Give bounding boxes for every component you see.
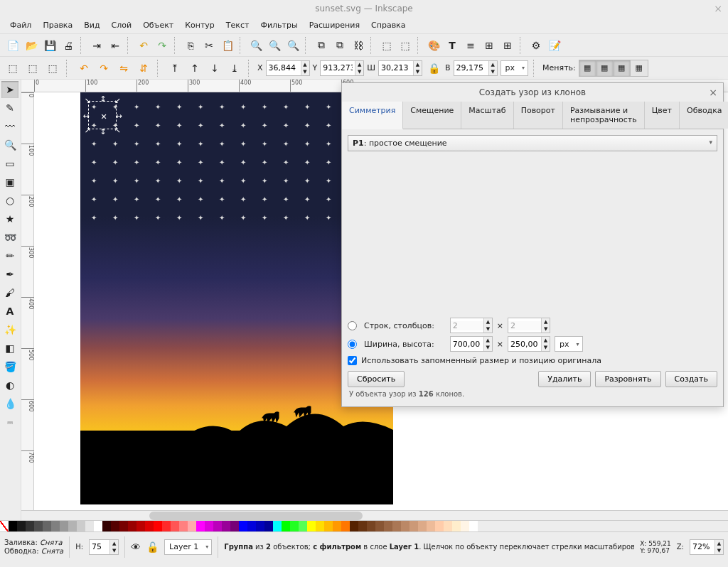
node-tool-icon[interactable]: ✎ (1, 99, 18, 117)
menu-edit[interactable]: Правка (37, 18, 78, 33)
lock-layer-icon[interactable]: 🔓 (146, 541, 159, 553)
tab-blur-opacity[interactable]: Размывание и непрозрачность (563, 102, 645, 129)
flip-v-icon[interactable]: ⇵ (135, 60, 152, 77)
menu-help[interactable]: Справка (365, 18, 411, 33)
color-swatch[interactable] (34, 521, 43, 531)
color-swatch[interactable] (452, 521, 461, 531)
select-all-icon[interactable]: ⬚ (4, 60, 21, 77)
affect-pattern-icon[interactable]: ▦ (631, 60, 648, 76)
color-swatch[interactable] (392, 521, 401, 531)
affect-corners-icon[interactable]: ▦ (596, 60, 614, 76)
color-swatch[interactable] (188, 521, 196, 531)
height-input[interactable]: ▲▼ (508, 336, 550, 352)
menu-extensions[interactable]: Расширения (304, 18, 365, 33)
new-icon[interactable]: 📄 (4, 37, 21, 54)
selection-box[interactable]: ↘ ↕ ↙ ↔ ↔ ↗ ↕ ↖ ✕ (88, 101, 117, 129)
menu-filters[interactable]: Фильтры (255, 18, 303, 33)
export-icon[interactable]: ⇤ (107, 37, 124, 54)
menu-layer[interactable]: Слой (106, 18, 138, 33)
duplicate-icon[interactable]: ⧉ (313, 37, 330, 54)
tab-trace[interactable]: Обводка (680, 102, 728, 129)
tweak-tool-icon[interactable]: 〰 (1, 118, 18, 135)
color-swatch[interactable] (324, 521, 333, 531)
prefs-icon[interactable]: ⚙ (528, 37, 545, 54)
raise-top-icon[interactable]: ⤒ (166, 60, 183, 77)
use-saved-checkbox[interactable] (348, 356, 357, 365)
unclump-button[interactable]: Разровнять (595, 371, 660, 387)
color-palette[interactable] (0, 520, 728, 531)
spray-tool-icon[interactable]: ✨ (1, 321, 18, 338)
fill-dialog-icon[interactable]: 🎨 (425, 37, 442, 54)
color-swatch[interactable] (68, 521, 77, 531)
copy-icon[interactable]: ⎘ (182, 37, 199, 54)
redo-icon[interactable]: ↷ (154, 37, 171, 54)
unit-select[interactable]: px (500, 60, 529, 76)
cols-input[interactable]: ▲▼ (508, 318, 550, 333)
affect-gradient-icon[interactable]: ▦ (614, 60, 631, 76)
stroke-value[interactable]: Снята (41, 547, 64, 555)
open-icon[interactable]: 📂 (23, 37, 40, 54)
color-swatch[interactable] (222, 521, 230, 531)
color-swatch[interactable] (77, 521, 85, 531)
color-swatch[interactable] (128, 521, 136, 531)
color-swatch[interactable] (43, 521, 51, 531)
color-swatch[interactable] (94, 521, 102, 531)
color-swatch[interactable] (341, 521, 350, 531)
fill-value[interactable]: Снята (40, 539, 63, 546)
delete-button[interactable]: Удалить (538, 371, 591, 387)
ellipse-tool-icon[interactable]: ○ (1, 192, 18, 209)
width-height-radio[interactable] (348, 340, 357, 349)
tab-scale[interactable]: Масштаб (461, 102, 513, 129)
zoom-drawing-icon[interactable]: 🔍 (284, 37, 301, 54)
color-swatch[interactable] (384, 521, 392, 531)
pencil-tool-icon[interactable]: ✏ (1, 247, 18, 264)
color-swatch[interactable] (119, 521, 128, 531)
raise-icon[interactable]: ↑ (186, 60, 203, 77)
color-swatch[interactable] (307, 521, 316, 531)
wh-unit-select[interactable]: px (555, 336, 583, 352)
color-swatch[interactable] (375, 521, 384, 531)
color-swatch[interactable] (290, 521, 299, 531)
color-swatch[interactable] (17, 521, 26, 531)
color-swatch[interactable] (162, 521, 171, 531)
tab-symmetry[interactable]: Симметрия (342, 102, 403, 129)
connector-tool-icon[interactable]: ⎓ (1, 414, 18, 431)
3dbox-tool-icon[interactable]: ▣ (1, 173, 18, 190)
text-tool-icon[interactable]: A (1, 303, 18, 320)
dropper-tool-icon[interactable]: 💧 (1, 395, 18, 412)
deselect-icon[interactable]: ⬚ (44, 60, 61, 77)
star-tool-icon[interactable]: ★ (1, 210, 18, 227)
rotate-cw-icon[interactable]: ↷ (95, 60, 112, 77)
lower-icon[interactable]: ↓ (206, 60, 223, 77)
tab-rotation[interactable]: Поворот (514, 102, 563, 129)
color-swatch[interactable] (469, 521, 478, 531)
color-swatch[interactable] (9, 521, 17, 531)
tab-shift[interactable]: Смещение (403, 102, 461, 129)
color-swatch[interactable] (427, 521, 435, 531)
lower-bottom-icon[interactable]: ⤓ (226, 60, 243, 77)
spiral-tool-icon[interactable]: ➿ (1, 229, 18, 246)
x-input[interactable]: ▲▼ (266, 60, 310, 76)
color-swatch[interactable] (316, 521, 324, 531)
ungroup-icon[interactable]: ⬚ (397, 37, 414, 54)
create-button[interactable]: Создать (665, 371, 718, 387)
layer-select[interactable]: Layer 1 (164, 539, 212, 555)
color-swatch[interactable] (230, 521, 239, 531)
text-dialog-icon[interactable]: T (444, 37, 461, 54)
color-swatch[interactable] (145, 521, 154, 531)
rotate-ccw-icon[interactable]: ↶ (75, 60, 92, 77)
calligraphy-tool-icon[interactable]: 🖌 (1, 284, 18, 301)
zoom-input[interactable]: ▲▼ (690, 539, 724, 555)
color-swatch[interactable] (401, 521, 410, 531)
color-swatch[interactable] (205, 521, 213, 531)
align-dialog-icon[interactable]: ⊞ (481, 37, 498, 54)
color-swatch[interactable] (299, 521, 307, 531)
xml-dialog-icon[interactable]: ≡ (462, 37, 479, 54)
color-swatch[interactable] (333, 521, 341, 531)
window-close-icon[interactable]: × (714, 3, 722, 14)
color-swatch[interactable] (239, 521, 247, 531)
color-swatch[interactable] (85, 521, 94, 531)
color-swatch[interactable] (273, 521, 282, 531)
swatch-none[interactable] (0, 521, 9, 531)
visibility-icon[interactable]: 👁 (131, 541, 141, 553)
